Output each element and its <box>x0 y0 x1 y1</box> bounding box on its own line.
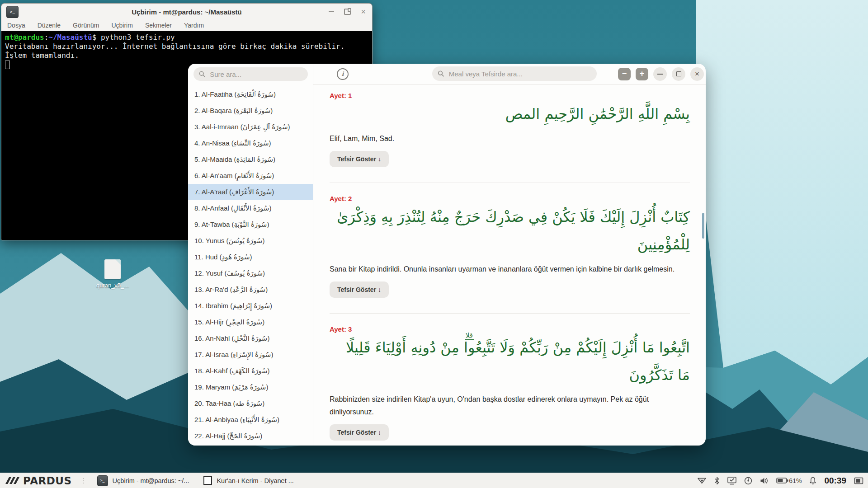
taskbar: PARDUS >_Uçbirim - mt@pardus: ~/...Kur'a… <box>0 473 868 488</box>
terminal-menubar: DosyaDüzenleGörünümUçbirimSekmelerYardım <box>1 20 372 31</box>
terminal-minimize-icon[interactable] <box>329 11 334 12</box>
tefsir-goster-button[interactable]: Tefsir Göster ↓ <box>330 151 389 167</box>
minimize-button[interactable] <box>653 67 667 81</box>
quran-window: 1. Al-Faatiha (سُورَةُ ٱلْفَاتِحَةِ)2. A… <box>188 64 706 446</box>
terminal-prompt-line: mt@pardus:~/Masaüstü$ python3 tefsir.py <box>5 33 368 42</box>
terminal-menu-item[interactable]: Sekmeler <box>145 22 172 29</box>
surah-list-item[interactable]: 8. Al-Anfaal (سُورَةُ الأَنْفَالِ) <box>188 200 313 216</box>
window-icon <box>203 476 212 485</box>
surah-search-input[interactable] <box>209 70 302 79</box>
surah-list-item[interactable]: 9. At-Tawba (سُورَةُ التَّوْبَةِ) <box>188 216 313 233</box>
file-icon <box>104 259 121 279</box>
tefsir-search-box[interactable] <box>432 66 597 81</box>
surah-list-item[interactable]: 6. Al-An'aam (سُورَةُ الأَنْعَامِ) <box>188 168 313 184</box>
surah-list-item[interactable]: 21. Al-Anbiyaa (سُورَةُ الأَنْبِيَاءِ) <box>188 412 313 428</box>
surah-list-item[interactable]: 14. Ibrahim (سُورَةُ إِبْرَاهِيمَ) <box>188 298 313 314</box>
prompt-user: mt@pardus <box>5 33 44 42</box>
taskbar-window-title: Kur'an-ı Kerim - Diyanet ... <box>217 477 293 484</box>
ayet-separator <box>330 183 690 183</box>
clock[interactable]: 00:39 <box>824 476 846 486</box>
surah-list-item[interactable]: 5. Al-Maaida (سُورَةُ المَائِدَةِ) <box>188 151 313 168</box>
battery-percent: 61% <box>789 477 802 484</box>
ayet-arabic-text: كِتَابٌ أُنْزِلَ إِلَيْكَ فَلَا يَكُنْ ف… <box>330 203 690 258</box>
surah-list-item[interactable]: 2. Al-Baqara (سُورَةُ البَقَرَةِ) <box>188 103 313 119</box>
prompt-separator: : <box>44 33 49 42</box>
zoom-in-button[interactable]: + <box>636 68 648 80</box>
system-tray: 61% 00:39 <box>697 476 863 486</box>
wifi-icon[interactable] <box>697 477 707 484</box>
surah-list-item[interactable]: 20. Taa-Haa (سُورَةُ طه) <box>188 395 313 412</box>
terminal-titlebar[interactable]: >_ Uçbirim - mt@pardus: ~/Masaüstü × <box>1 4 372 20</box>
terminal-close-icon[interactable]: × <box>361 8 366 16</box>
display-check-icon[interactable] <box>727 477 736 485</box>
desktop-file-icon[interactable]: quran_v5_... <box>92 259 133 289</box>
ayet-label: Ayet: 1 <box>330 92 690 99</box>
maximize-icon <box>676 71 681 76</box>
terminal-menu-item[interactable]: Düzenle <box>38 22 61 29</box>
info-icon[interactable]: i <box>337 68 349 80</box>
minimize-icon <box>657 74 663 75</box>
taskbar-window-button[interactable]: >_Uçbirim - mt@pardus: ~/... <box>90 473 197 488</box>
quran-window-controls: − + × <box>618 64 704 84</box>
terminal-menu-item[interactable]: Uçbirim <box>111 22 132 29</box>
bluetooth-icon[interactable] <box>714 477 720 485</box>
terminal-title: Uçbirim - mt@pardus: ~/Masaüstü <box>1 8 372 16</box>
ayet-translation: Rabbinizden size indirilen Kitap'a uyun,… <box>330 393 690 418</box>
surah-list-item[interactable]: 17. Al-Israa (سُورَةُ الإِسْرَاءِ) <box>188 347 313 363</box>
ayet-arabic-text: بِسْمِ اللَّهِ الرَّحْمَٰنِ الرَّحِيمِ ا… <box>330 100 690 128</box>
quran-header: i − + × <box>313 64 706 84</box>
desktop-file-label: quran_v5_... <box>92 282 133 289</box>
pardus-menu-button[interactable]: PARDUS <box>7 475 72 487</box>
ayet-label: Ayet: 3 <box>330 325 690 333</box>
maximize-button[interactable] <box>672 67 685 81</box>
ayet-label: Ayet: 2 <box>330 195 690 202</box>
surah-list-item[interactable]: 13. Ar-Ra'd (سُورَةُ الرَّعْدِ) <box>188 282 313 298</box>
waqf-mark: قلا <box>465 331 474 340</box>
prompt-command: $ python3 tefsir.py <box>92 33 175 42</box>
surah-list-item[interactable]: 1. Al-Faatiha (سُورَةُ ٱلْفَاتِحَةِ) <box>188 86 313 103</box>
close-icon: × <box>695 70 699 78</box>
ayet-translation: Sana bir Kitap indirildi. Onunla insanla… <box>330 263 690 275</box>
terminal-menu-item[interactable]: Yardım <box>184 22 204 29</box>
prompt-path: ~/Masaüstü <box>48 33 92 42</box>
surah-list-item[interactable]: 3. Aal-i-Imraan (سُورَةُ آلِ عِمْرَانَ) <box>188 119 313 135</box>
gauge-icon[interactable] <box>744 477 752 485</box>
surah-list-item[interactable]: 10. Yunus (سُورَةُ يُونُسَ) <box>188 233 313 249</box>
surah-list-item[interactable]: 12. Yusuf (سُورَةُ يُوسُفَ) <box>188 265 313 282</box>
surah-list-item[interactable]: 7. Al-A'raaf (سُورَةُ الأَعْرَافِ) <box>188 184 313 200</box>
tefsir-search-input[interactable] <box>448 70 591 78</box>
terminal-menu-item[interactable]: Dosya <box>7 22 25 29</box>
surah-list: 1. Al-Faatiha (سُورَةُ ٱلْفَاتِحَةِ)2. A… <box>188 86 313 444</box>
surah-list-item[interactable]: 4. An-Nisaa (سُورَةُ النِّسَاءِ) <box>188 135 313 151</box>
surah-list-item[interactable]: 15. Al-Hijr (سُورَةُ الحِجْرِ) <box>188 314 313 330</box>
surah-list-item[interactable]: 22. Al-Hajj (سُورَةُ الحَجِّ) <box>188 428 313 444</box>
terminal-maximize-icon[interactable] <box>344 9 351 15</box>
ayet-list: Ayet: 1بِسْمِ اللَّهِ الرَّحْمَٰنِ الرَّ… <box>313 84 706 446</box>
surah-list-item[interactable]: 16. An-Nahl (سُورَةُ النَّحْلِ) <box>188 330 313 347</box>
surah-list-item[interactable]: 11. Hud (سُورَةُ هُودٍ) <box>188 249 313 265</box>
surah-list-item[interactable]: 19. Maryam (سُورَةُ مَرْيَمَ) <box>188 379 313 395</box>
zoom-out-button[interactable]: − <box>618 68 631 80</box>
taskbar-window-button[interactable]: Kur'an-ı Kerim - Diyanet ... <box>196 473 301 488</box>
scrollbar-thumb[interactable] <box>702 213 704 239</box>
ayet-block: Ayet: 3اتَّبِعُوا مَا أُنْزِلَ إِلَيْكُم… <box>330 325 690 441</box>
ayet-translation: Elif, Lam, Mim, Sad. <box>330 132 690 145</box>
tefsir-goster-button[interactable]: Tefsir Göster ↓ <box>330 424 389 441</box>
terminal-output-line: İşlem tamamlandı. <box>5 51 368 60</box>
tefsir-goster-button[interactable]: Tefsir Göster ↓ <box>330 282 389 298</box>
desktop: quran_v5_... >_ Uçbirim - mt@pardus: ~/M… <box>0 0 868 488</box>
volume-icon[interactable] <box>760 477 769 484</box>
ayet-separator <box>330 313 690 314</box>
close-button[interactable]: × <box>690 67 704 81</box>
battery-indicator[interactable]: 61% <box>776 477 802 484</box>
taskbar-window-title: Uçbirim - mt@pardus: ~/... <box>113 477 189 484</box>
ayet-block: Ayet: 1بِسْمِ اللَّهِ الرَّحْمَٰنِ الرَّ… <box>330 92 690 167</box>
surah-sidebar: 1. Al-Faatiha (سُورَةُ ٱلْفَاتِحَةِ)2. A… <box>188 64 313 446</box>
workspace-icon[interactable] <box>854 477 863 484</box>
bell-icon[interactable] <box>809 477 816 485</box>
terminal-icon: >_ <box>97 475 108 486</box>
surah-search-box[interactable] <box>193 67 308 81</box>
terminal-menu-item[interactable]: Görünüm <box>73 22 99 29</box>
taskbar-window-list: >_Uçbirim - mt@pardus: ~/...Kur'an-ı Ker… <box>90 473 301 488</box>
surah-list-item[interactable]: 18. Al-Kahf (سُورَةُ الكَهْفِ) <box>188 363 313 379</box>
